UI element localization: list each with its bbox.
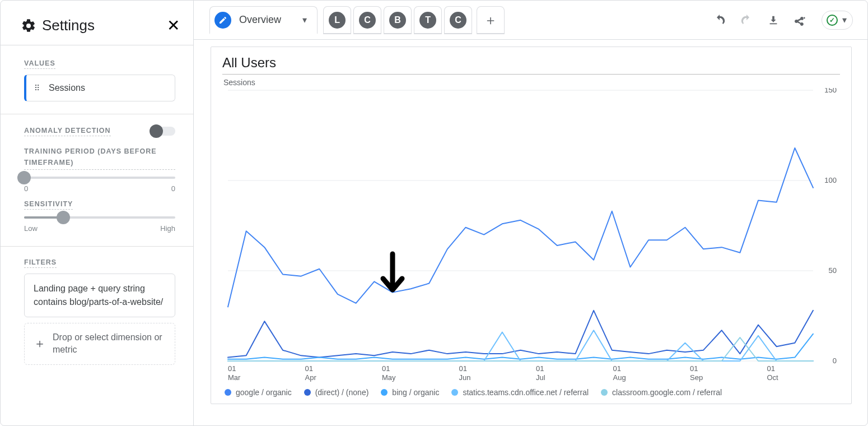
- mini-tab-c[interactable]: C: [444, 6, 472, 34]
- legend-item[interactable]: statics.teams.cdn.office.net / referral: [451, 388, 589, 397]
- sensitivity-min: Low: [24, 224, 38, 233]
- caret-down-icon: ▾: [302, 15, 307, 25]
- check-circle-icon: ✓: [827, 15, 838, 26]
- svg-text:01: 01: [382, 364, 390, 373]
- legend-item[interactable]: bing / organic: [381, 388, 439, 397]
- training-period-label: TRAINING PERIOD (DAYS BEFORE TIMEFRAME): [24, 146, 175, 170]
- svg-text:Mar: Mar: [228, 373, 241, 382]
- filters-section-label: FILTERS: [24, 258, 57, 268]
- legend-item[interactable]: classroom.google.com / referral: [601, 388, 722, 397]
- mini-tab-label: T: [419, 12, 436, 29]
- svg-text:Oct: Oct: [767, 373, 779, 382]
- svg-text:Sep: Sep: [690, 373, 703, 382]
- toolbar: Overview ▾ LCBTC ＋ ✓ ▾: [194, 1, 867, 40]
- svg-text:01: 01: [228, 364, 236, 373]
- legend-dot: [304, 389, 311, 396]
- card-title: All Users: [222, 55, 840, 75]
- status-pill[interactable]: ✓ ▾: [822, 11, 853, 30]
- mini-tab-l[interactable]: L: [323, 6, 351, 34]
- anomaly-section-label: ANOMALY DETECTION: [24, 127, 111, 136]
- svg-text:Jun: Jun: [459, 373, 471, 382]
- values-chip-sessions[interactable]: ⠿ Sessions: [24, 75, 175, 101]
- svg-text:50: 50: [829, 266, 837, 275]
- mini-tab-t[interactable]: T: [414, 6, 442, 34]
- svg-text:01: 01: [459, 364, 467, 373]
- settings-sidebar: Settings ✕ VALUES ⠿ Sessions ANOMALY DET…: [1, 1, 194, 425]
- tab-add[interactable]: ＋: [477, 6, 505, 34]
- sensitivity-slider[interactable]: [24, 216, 175, 219]
- share-button[interactable]: [792, 12, 808, 28]
- card-subtitle: Sessions: [223, 78, 840, 87]
- sidebar-title: Settings: [42, 17, 167, 34]
- svg-text:May: May: [382, 373, 396, 382]
- drag-handle-icon: ⠿: [34, 86, 42, 90]
- sensitivity-max: High: [160, 224, 175, 233]
- pencil-icon: [214, 12, 231, 29]
- filter-drop-label: Drop or select dimension or metric: [53, 331, 166, 356]
- tab-overview[interactable]: Overview ▾: [209, 6, 318, 34]
- redo-button[interactable]: [739, 12, 754, 28]
- svg-text:0: 0: [833, 356, 837, 365]
- svg-text:01: 01: [536, 364, 544, 373]
- values-chip-label: Sessions: [49, 83, 85, 93]
- mini-tab-label: L: [329, 12, 346, 29]
- legend-dot: [381, 389, 388, 396]
- filter-chip[interactable]: Landing page + query string contains blo…: [24, 274, 175, 317]
- mini-tab-b[interactable]: B: [384, 6, 412, 34]
- svg-text:Jul: Jul: [536, 373, 545, 382]
- legend-label: classroom.google.com / referral: [612, 388, 722, 397]
- svg-text:01: 01: [690, 364, 698, 373]
- legend-dot: [601, 389, 608, 396]
- mini-tab-c[interactable]: C: [353, 6, 381, 34]
- download-button[interactable]: [766, 12, 781, 28]
- svg-text:Aug: Aug: [613, 373, 626, 382]
- legend-label: (direct) / (none): [315, 388, 369, 397]
- training-period-slider[interactable]: [24, 177, 175, 179]
- svg-text:01: 01: [767, 364, 775, 373]
- main-pane: Overview ▾ LCBTC ＋ ✓ ▾: [194, 1, 867, 425]
- svg-text:100: 100: [824, 176, 837, 184]
- legend-label: bing / organic: [392, 388, 439, 397]
- undo-button[interactable]: [712, 12, 727, 28]
- filter-drop-target[interactable]: ＋ Drop or select dimension or metric: [24, 323, 175, 365]
- line-chart[interactable]: 05010015001Mar01Apr01May01Jun01Jul01Aug0…: [222, 88, 840, 383]
- plus-icon: ＋: [484, 11, 497, 29]
- svg-text:Apr: Apr: [305, 373, 317, 382]
- values-section-label: VALUES: [24, 59, 55, 69]
- mini-tab-label: B: [389, 12, 406, 29]
- mini-tab-label: C: [450, 12, 466, 29]
- mini-tab-label: C: [359, 12, 376, 29]
- svg-text:150: 150: [824, 88, 837, 94]
- legend-dot: [225, 389, 231, 396]
- tab-overview-label: Overview: [239, 14, 281, 26]
- close-icon[interactable]: ✕: [167, 16, 180, 35]
- svg-text:01: 01: [305, 364, 313, 373]
- training-max: 0: [171, 184, 175, 193]
- legend-item[interactable]: (direct) / (none): [304, 388, 369, 397]
- sensitivity-label: SENSITIVITY: [24, 200, 73, 210]
- legend-label: statics.teams.cdn.office.net / referral: [463, 388, 589, 397]
- training-min: 0: [24, 184, 28, 193]
- chart-legend: google / organic(direct) / (none)bing / …: [222, 383, 840, 400]
- legend-item[interactable]: google / organic: [225, 388, 292, 397]
- gear-icon: [21, 18, 36, 34]
- plus-icon: ＋: [34, 335, 46, 353]
- legend-dot: [451, 389, 458, 396]
- anomaly-toggle[interactable]: [150, 124, 175, 138]
- chart-card: All Users Sessions 05010015001Mar01Apr01…: [211, 47, 852, 404]
- caret-down-icon: ▾: [842, 15, 847, 25]
- svg-text:01: 01: [613, 364, 621, 373]
- legend-label: google / organic: [236, 388, 292, 397]
